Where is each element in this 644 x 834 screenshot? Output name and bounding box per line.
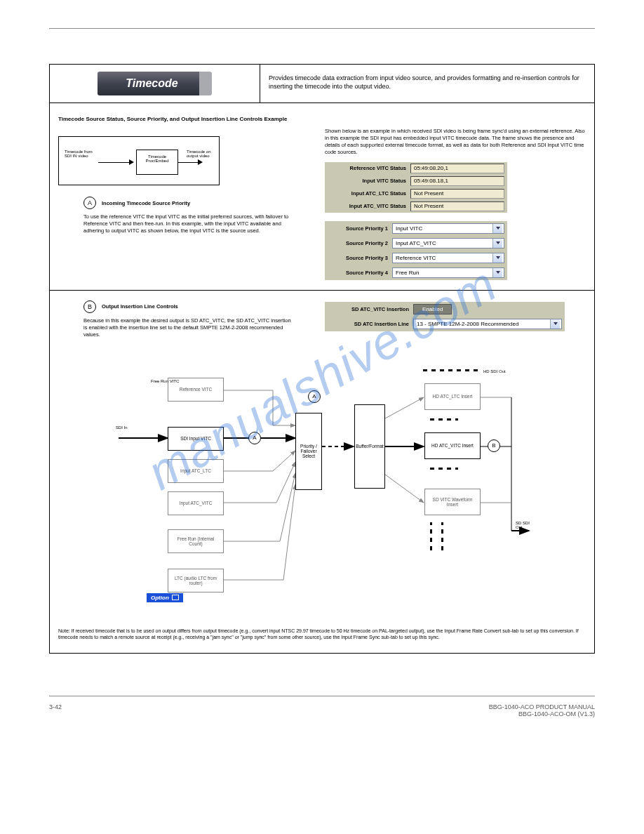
box-hd-ltc: HD ATC_LTC Insert (424, 383, 481, 410)
diagram-marker-b: B (488, 439, 500, 452)
lbl-ref-in: Free Run VITC (151, 379, 179, 383)
priority-select-2[interactable]: Input ATC_VITC (392, 238, 504, 249)
status-value: Not Present (410, 189, 504, 199)
dash-line (430, 468, 458, 470)
chevron-down-icon (492, 224, 502, 233)
dash-line (430, 418, 458, 421)
priority-select-1[interactable]: Input VITC (392, 223, 504, 234)
header-left-cell: Timecode (50, 65, 260, 102)
priority-label: Source Priority 1 (328, 225, 392, 232)
box-buffer: Buffer/Format (354, 404, 385, 489)
svg-line-6 (273, 451, 295, 471)
box-priority: Priority / Failover Select (295, 413, 322, 490)
dash-line (430, 522, 432, 550)
chevron-down-icon (492, 253, 502, 263)
status-value: 05:49:08.18,1 (410, 176, 504, 186)
box-freerun: Free Run (Internal Count) (168, 529, 224, 553)
status-label: Input ATC_VITC Status (328, 203, 410, 209)
status-note: Shown below is an example in which recei… (325, 128, 586, 157)
insertion-line-label: SD ATC Insertion Line (328, 321, 413, 327)
option-badge: Option (147, 593, 183, 602)
insertion-line-select[interactable]: 13 - SMPTE 12M-2-2008 Recommended (413, 319, 562, 329)
option-icon (172, 595, 179, 600)
box-ltc: LTC (audio LTC from router) (168, 569, 224, 593)
svg-line-12 (283, 484, 295, 580)
footer-page: 3-42 (49, 703, 62, 717)
flow-out-label: Timecode on output video (187, 150, 215, 158)
box-atc-vitc: Input ATC_VITC (168, 491, 224, 515)
flow-in-label: Timecode from SDI IN video (65, 150, 98, 158)
lbl-sd-out: SD SDI Out (516, 521, 532, 529)
main-panel: manualshive.com Timecode Source Status, … (49, 103, 595, 654)
signal-flow-diagram: Reference VITC SDI Input VITC Input ATC_… (112, 348, 532, 622)
dash-line (423, 369, 479, 371)
marker-b-label: Output Insertion Line Controls (102, 303, 178, 310)
subhead-1: Timecode Source Status, Source Priority,… (58, 116, 586, 122)
header-desc: Provides timecode data extraction from i… (260, 65, 594, 102)
priority-select-3[interactable]: Reference VITC (392, 253, 504, 263)
footer-title: BBG-1040-ACO PRODUCT MANUAL (489, 703, 595, 710)
priority-label: Source Priority 2 (328, 240, 392, 246)
option-label: Option (151, 595, 169, 601)
select-value: Reference VITC (396, 255, 436, 261)
box-hd-vitc: HD ATC_VITC Insert (424, 432, 481, 459)
lbl-sdi-in: SDI In (116, 425, 128, 430)
page-footer: 3-42 BBG-1040-ACO PRODUCT MANUAL BBG-104… (49, 703, 595, 717)
marker-b-desc: Because in this example the desired outp… (83, 317, 294, 338)
select-value: Input VITC (396, 225, 422, 232)
select-value: Input ATC_VITC (396, 240, 436, 246)
lbl-hd-out: HD SDI Out (483, 369, 506, 373)
status-value: 05:49:08.20,1 (410, 164, 504, 173)
box-sd-vitc: SD VITC Waveform Insert (424, 489, 481, 515)
footer-rev: BBG-1040-ACO-OM (V1.3) (518, 710, 595, 717)
flow-proc-box: Timecode Proc/Embed (136, 150, 178, 175)
enabled-button[interactable]: Enabled (413, 304, 452, 315)
insertion-table: SD ATC_VITC Insertion Enabled SD ATC Ins… (325, 302, 565, 331)
chevron-down-icon (550, 319, 560, 329)
footnote: Note: If received timecode that is to be… (58, 628, 586, 640)
svg-line-16 (385, 475, 424, 503)
select-value: Free Run (396, 270, 419, 276)
priority-label: Source Priority 4 (328, 270, 392, 276)
status-value: Not Present (410, 201, 504, 211)
priority-table: Source Priority 1Input VITC Source Prior… (325, 221, 507, 280)
marker-b-row: B Output Insertion Line Controls (83, 300, 311, 313)
status-table: Reference VITC Status05:49:08.20,1 Input… (325, 162, 507, 213)
chevron-down-icon (492, 239, 502, 248)
priority-select-4[interactable]: Free Run (392, 267, 504, 278)
status-label: Reference VITC Status (328, 165, 410, 171)
marker-b-circle: B (83, 300, 96, 313)
priority-label: Source Priority 3 (328, 255, 392, 261)
diagram-marker-a2: A (308, 390, 321, 403)
marker-a-row: A Incoming Timecode Source Priority (83, 197, 311, 209)
svg-line-10 (280, 473, 295, 541)
svg-line-8 (276, 462, 295, 503)
status-label: Input ATC_LTC Status (328, 190, 410, 197)
panel-header: Timecode Provides timecode data extracti… (49, 64, 595, 103)
insertion-label: SD ATC_VITC Insertion (328, 306, 413, 312)
marker-a-circle: A (83, 197, 96, 209)
diagram-marker-a: A (248, 432, 261, 444)
timecode-badge: Timecode (98, 72, 211, 95)
svg-line-14 (385, 397, 424, 418)
marker-a-label: Incoming Timecode Source Priority (102, 200, 190, 206)
box-input-vitc: SDI Input VITC (168, 427, 224, 451)
flow-box: Timecode from SDI IN video Timecode Proc… (58, 136, 220, 185)
chevron-down-icon (492, 268, 502, 277)
dash-line (441, 522, 443, 550)
select-value: 13 - SMPTE 12M-2-2008 Recommended (417, 321, 518, 327)
box-atc-ltc: Input ATC_LTC (168, 459, 224, 483)
status-label: Input VITC Status (328, 178, 410, 184)
marker-a-desc: To use the reference VITC the input VITC… (83, 213, 294, 234)
